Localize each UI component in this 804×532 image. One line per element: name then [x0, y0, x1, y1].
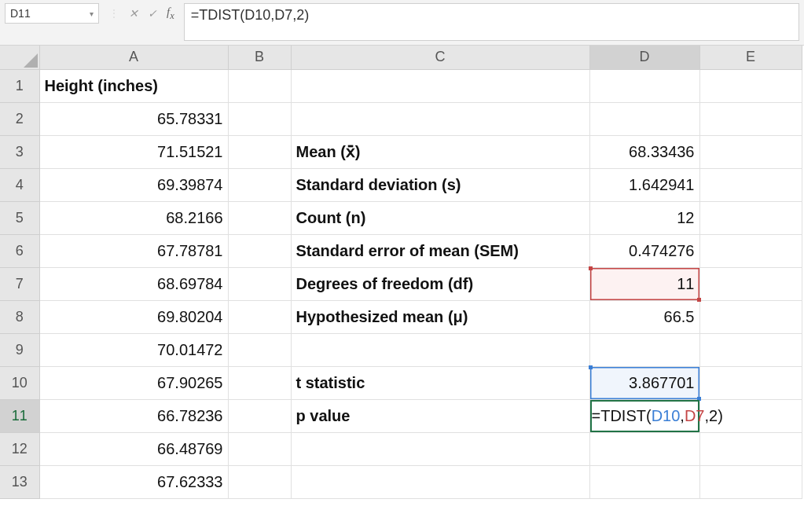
cell-A8[interactable]: 69.80204 [39, 300, 228, 333]
column-header-B[interactable]: B [228, 46, 291, 69]
cancel-formula-icon[interactable]: ✕ [129, 7, 138, 20]
cell-D4[interactable]: 1.642941 [589, 168, 699, 201]
editing-formula-text: =TDIST(D10,D7,2) [592, 407, 723, 425]
row-header-5[interactable]: 5 [0, 201, 39, 234]
row-header-2[interactable]: 2 [0, 102, 39, 135]
cell-C12[interactable] [291, 432, 589, 465]
cell-E1[interactable] [699, 69, 802, 102]
cell-C13[interactable] [291, 465, 589, 498]
cell-D10[interactable]: 3.867701 [589, 366, 699, 399]
row-header-10[interactable]: 10 [0, 366, 39, 399]
cell-B7[interactable] [228, 267, 291, 300]
cell-C5[interactable]: Count (n) [291, 201, 589, 234]
row-header-9[interactable]: 9 [0, 333, 39, 366]
cell-E6[interactable] [699, 234, 802, 267]
name-box[interactable]: D11 ▾ [5, 3, 99, 24]
select-all-corner[interactable] [0, 46, 39, 69]
cell-B5[interactable] [228, 201, 291, 234]
enter-formula-icon[interactable]: ✓ [148, 7, 157, 20]
cell-A1[interactable]: Height (inches) [39, 69, 228, 102]
cell-C7[interactable]: Degrees of freedom (df) [291, 267, 589, 300]
cell-C2[interactable] [291, 102, 589, 135]
formula-bar: D11 ▾ ⋮ ✕ ✓ fx =TDIST(D10,D7,2) [0, 0, 804, 46]
cell-C9[interactable] [291, 333, 589, 366]
cell-B12[interactable] [228, 432, 291, 465]
cell-E4[interactable] [699, 168, 802, 201]
cell-C3[interactable]: Mean (x̄) [291, 135, 589, 168]
cell-B10[interactable] [228, 366, 291, 399]
cell-B8[interactable] [228, 300, 291, 333]
formula-input-text: =TDIST(D10,D7,2) [191, 7, 310, 24]
spreadsheet-grid[interactable]: A B C D E 1Height (inches)265.78331371.5… [0, 46, 804, 499]
name-box-dropdown-icon[interactable]: ▾ [90, 9, 94, 18]
cell-D12[interactable] [589, 432, 699, 465]
cell-C1[interactable] [291, 69, 589, 102]
row-header-7[interactable]: 7 [0, 267, 39, 300]
cell-D5[interactable]: 12 [589, 201, 699, 234]
cell-A4[interactable]: 69.39874 [39, 168, 228, 201]
cell-C11[interactable]: p value [291, 399, 589, 432]
cell-A11[interactable]: 66.78236 [39, 399, 228, 432]
cell-C10[interactable]: t statistic [291, 366, 589, 399]
name-box-value: D11 [10, 7, 31, 20]
row-header-13[interactable]: 13 [0, 465, 39, 498]
cell-B1[interactable] [228, 69, 291, 102]
cell-D2[interactable] [589, 102, 699, 135]
cell-D6[interactable]: 0.474276 [589, 234, 699, 267]
cell-D8[interactable]: 66.5 [589, 300, 699, 333]
row-header-1[interactable]: 1 [0, 69, 39, 102]
row-header-6[interactable]: 6 [0, 234, 39, 267]
row-header-3[interactable]: 3 [0, 135, 39, 168]
cell-A9[interactable]: 70.01472 [39, 333, 228, 366]
cell-C8[interactable]: Hypothesized mean (μ) [291, 300, 589, 333]
formula-bar-controls: ⋮ ✕ ✓ fx [104, 3, 179, 24]
cell-A6[interactable]: 67.78781 [39, 234, 228, 267]
cell-A10[interactable]: 67.90265 [39, 366, 228, 399]
cell-B2[interactable] [228, 102, 291, 135]
cell-A12[interactable]: 66.48769 [39, 432, 228, 465]
row-header-8[interactable]: 8 [0, 300, 39, 333]
cell-B9[interactable] [228, 333, 291, 366]
cell-E9[interactable] [699, 333, 802, 366]
cell-D9[interactable] [589, 333, 699, 366]
cell-B13[interactable] [228, 465, 291, 498]
cell-E2[interactable] [699, 102, 802, 135]
cell-E7[interactable] [699, 267, 802, 300]
row-header-12[interactable]: 12 [0, 432, 39, 465]
column-header-E[interactable]: E [699, 46, 802, 69]
formula-input[interactable]: =TDIST(D10,D7,2) [184, 3, 799, 41]
column-header-A[interactable]: A [39, 46, 228, 69]
cell-D3[interactable]: 68.33436 [589, 135, 699, 168]
cell-E8[interactable] [699, 300, 802, 333]
cell-E10[interactable] [699, 366, 802, 399]
separator-icon: ⋮ [108, 7, 119, 20]
cell-D11[interactable]: =TDIST(D10,D7,2) [589, 399, 699, 432]
cell-E13[interactable] [699, 465, 802, 498]
cell-B6[interactable] [228, 234, 291, 267]
fx-icon[interactable]: fx [167, 6, 174, 22]
cell-E12[interactable] [699, 432, 802, 465]
cell-B11[interactable] [228, 399, 291, 432]
cell-A7[interactable]: 68.69784 [39, 267, 228, 300]
column-header-D[interactable]: D [589, 46, 699, 69]
cell-C6[interactable]: Standard error of mean (SEM) [291, 234, 589, 267]
cell-D1[interactable] [589, 69, 699, 102]
cell-E5[interactable] [699, 201, 802, 234]
cell-C4[interactable]: Standard deviation (s) [291, 168, 589, 201]
row-header-4[interactable]: 4 [0, 168, 39, 201]
cell-B3[interactable] [228, 135, 291, 168]
cell-A5[interactable]: 68.2166 [39, 201, 228, 234]
row-header-11[interactable]: 11 [0, 399, 39, 432]
cell-A2[interactable]: 65.78331 [39, 102, 228, 135]
cell-E3[interactable] [699, 135, 802, 168]
cell-D13[interactable] [589, 465, 699, 498]
column-header-C[interactable]: C [291, 46, 589, 69]
cell-B4[interactable] [228, 168, 291, 201]
cell-A3[interactable]: 71.51521 [39, 135, 228, 168]
cell-D7[interactable]: 11 [589, 267, 699, 300]
cell-A13[interactable]: 67.62333 [39, 465, 228, 498]
